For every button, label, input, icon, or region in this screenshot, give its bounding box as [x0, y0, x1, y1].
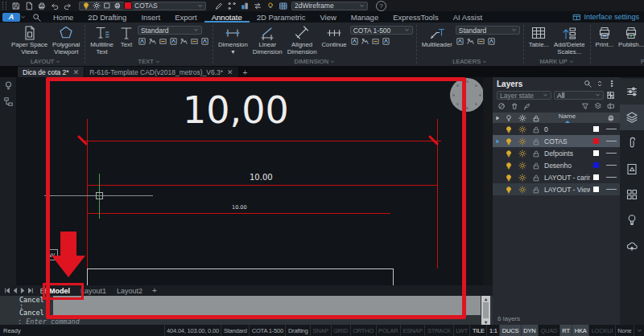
panel-button-sheet-set[interactable] [620, 156, 644, 182]
layout-tab-layout2[interactable]: Layout2 [112, 285, 147, 296]
document-tab[interactable]: R-616-Template CAD(v2018_metros)_V6.3* ✕ [85, 67, 237, 77]
layout-tab-model[interactable]: Model [35, 285, 75, 296]
status-more-icon[interactable] [634, 325, 644, 336]
add-delete-scales-button[interactable]: Add/DeleteScales... [552, 23, 587, 55]
layer-color-swatch[interactable] [593, 162, 599, 168]
scroll-down-icon[interactable]: ▼ [485, 319, 488, 325]
layout-tab-layout1[interactable]: Layout1 [76, 285, 111, 296]
text-style-icon[interactable] [138, 37, 147, 46]
leaders-style-dropdown[interactable]: Standard [456, 26, 520, 35]
layer-lock-icon[interactable] [532, 150, 540, 158]
scroll-up-icon[interactable]: ▲ [485, 296, 488, 301]
interface-settings-button[interactable]: Interface settings [572, 13, 644, 22]
aligned-dimension-button[interactable]: AlignedDimension [286, 23, 319, 55]
status-item[interactable]: None [615, 325, 634, 336]
sort-icon[interactable] [596, 80, 604, 88]
layer-row[interactable]: Defpoints [493, 147, 620, 159]
layer-thaw-icon[interactable] [518, 137, 526, 145]
status-item[interactable]: POLAR [376, 325, 400, 336]
nav-last-icon[interactable] [27, 287, 35, 294]
status-item[interactable]: COTA 1-500 [249, 325, 285, 336]
bulb-column-icon[interactable] [505, 114, 513, 122]
layer-on-icon[interactable] [505, 186, 513, 194]
collect-leaders-icon[interactable] [487, 37, 496, 46]
search-icon[interactable] [32, 13, 41, 22]
pencil-icon[interactable] [214, 2, 224, 10]
purge-layer-icon[interactable] [523, 102, 531, 110]
chevron-down-icon[interactable] [20, 14, 26, 20]
layer-thaw-icon[interactable] [518, 125, 526, 133]
ribbon-tab-export[interactable]: Export [167, 11, 204, 23]
lineweight-mark[interactable] [606, 165, 617, 166]
status-item[interactable]: LOCKUI [588, 325, 615, 336]
status-item[interactable]: Standard [221, 325, 249, 336]
spell-check-icon[interactable] [159, 37, 167, 46]
status-item[interactable]: ORTHO [350, 325, 376, 336]
ribbon-tab-home[interactable]: Home [46, 11, 80, 23]
expand-icon[interactable] [494, 115, 501, 121]
panel-label[interactable]: PRINT [594, 58, 644, 66]
oblique-text-icon[interactable] [200, 37, 209, 46]
lineweight-mark[interactable] [606, 129, 617, 129]
structure-icon[interactable] [3, 96, 14, 107]
panel-splitter[interactable] [483, 77, 493, 285]
layer-color-swatch[interactable] [593, 138, 599, 144]
sun-column-icon[interactable] [518, 114, 526, 122]
layer-thaw-icon[interactable] [518, 186, 526, 194]
text-style-dropdown[interactable]: Standard [138, 26, 202, 35]
panel-button-assistant-balloon[interactable] [620, 207, 644, 233]
remove-leader-icon[interactable] [466, 37, 475, 46]
status-item[interactable]: GRID [331, 325, 350, 336]
hide-layer-icon[interactable] [497, 102, 506, 110]
dimension-style-dropdown[interactable]: COTA 1-500 [350, 26, 413, 35]
layer-color-swatch[interactable] [593, 150, 599, 156]
status-item[interactable]: RT [559, 325, 572, 336]
align-leaders-icon[interactable] [477, 37, 485, 46]
visual-style-dropdown[interactable]: 2dWireframe [291, 2, 368, 10]
ribbon-tab-ai-assist[interactable]: AI Assist [446, 11, 489, 23]
layer-on-icon[interactable] [505, 137, 513, 145]
add-layout-button[interactable]: + [148, 286, 161, 295]
document-tab[interactable]: Dica de cota 2* ✕ [18, 67, 84, 77]
dimension-button[interactable]: Dimension▾ [217, 23, 250, 55]
layer-settings-icon[interactable] [594, 102, 602, 110]
drawing-canvas[interactable]: 10,00 10.00 10.00 W [16, 77, 483, 285]
ribbon-tab-insert[interactable]: Insert [134, 11, 167, 23]
close-icon[interactable]: ✕ [227, 68, 233, 76]
filter-funnel-icon[interactable] [581, 102, 589, 110]
paper-space-views-button[interactable]: Paper SpaceViews [10, 23, 49, 55]
layer-on-icon[interactable] [505, 125, 513, 133]
layer-on-icon[interactable] [505, 174, 513, 182]
status-item[interactable]: ESNAP [400, 325, 424, 336]
text-mask-icon[interactable] [190, 37, 199, 46]
open-drawing-icon[interactable] [24, 2, 34, 10]
status-item[interactable]: DYN [521, 325, 538, 336]
kebab-menu-icon[interactable] [608, 80, 616, 88]
rename-layer-icon[interactable] [607, 102, 615, 110]
table-button[interactable]: Table... [527, 23, 551, 49]
panel-label[interactable]: LAYOUT [10, 58, 81, 66]
lock-column-icon[interactable] [532, 114, 540, 122]
redo-icon[interactable] [63, 2, 72, 10]
text-button[interactable]: Text [117, 23, 136, 49]
panel-button-cloud[interactable] [620, 233, 644, 259]
add-leader-icon[interactable] [456, 37, 464, 46]
new-document-button[interactable]: + [239, 68, 252, 77]
lineweight-mark[interactable] [606, 141, 617, 141]
ordinate-dimension-icon[interactable] [382, 37, 390, 46]
undo-icon[interactable] [50, 2, 60, 10]
continue-dimension-button[interactable]: Continue [320, 23, 348, 49]
lineweight-mark[interactable] [606, 189, 617, 190]
layer-filter-dropdown[interactable]: All [554, 91, 604, 100]
multiline-text-button[interactable]: MultilineText [89, 23, 115, 55]
status-item[interactable]: TILE [469, 325, 486, 336]
layer-lock-icon[interactable] [532, 162, 540, 170]
text-frame-icon[interactable] [180, 37, 188, 46]
panel-label[interactable]: LEADERS [420, 58, 520, 66]
status-item[interactable]: 404.04, 103.00, 0.00 [164, 325, 221, 336]
lineweight-mark[interactable] [606, 177, 617, 178]
printer-column-icon[interactable] [607, 114, 615, 122]
status-item[interactable]: STRACK [424, 325, 452, 336]
text-annotative-icon[interactable] [148, 37, 157, 46]
layer-row[interactable]: 0 [493, 123, 620, 135]
